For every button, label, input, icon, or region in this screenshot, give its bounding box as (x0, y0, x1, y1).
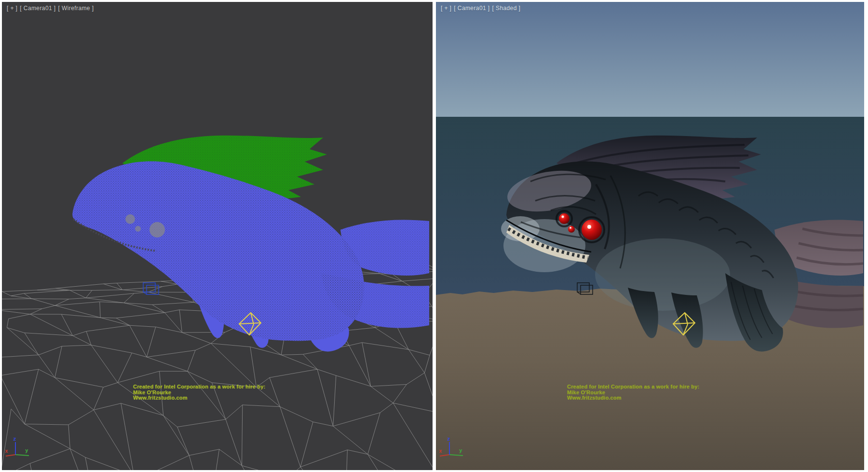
axis-z-label: z (13, 436, 16, 442)
axis-y-label: y (25, 447, 28, 454)
credit-line: Created for Intel Corporation as a work … (133, 384, 265, 390)
credit-line: Created for Intel Corporation as a work … (567, 384, 699, 390)
viewport-menu-pov[interactable]: [ Camera01 ] (20, 5, 55, 12)
credit-line: Www.fritzstudio.com (567, 395, 699, 401)
viewport-label: [ + ] [ Camera01 ] [ Shaded ] (441, 5, 520, 12)
fish-eye-wire-1 (125, 214, 135, 224)
viewport-wireframe[interactable]: x y z [ + ] [ Camera01 ] [ Wireframe ] C… (2, 2, 433, 470)
viewport-menu-shading[interactable]: [ Wireframe ] (58, 5, 94, 12)
credit-line: Www.fritzstudio.com (133, 395, 265, 401)
fish-eye-1 (559, 213, 570, 224)
credit-text: Created for Intel Corporation as a work … (133, 384, 265, 401)
fish-eye-wire-3 (149, 222, 165, 237)
flank-highlight (595, 238, 730, 311)
viewport-menu-pov[interactable]: [ Camera01 ] (454, 5, 489, 12)
fish-eye-3 (582, 220, 602, 240)
axis-z-label: z (447, 436, 450, 442)
viewport-label: [ + ] [ Camera01 ] [ Wireframe ] (7, 5, 94, 12)
sky-backdrop (436, 2, 864, 117)
viewport-canvas: x y z [ + ] [ Camera01 ] [ Wireframe ] C… (0, 0, 868, 472)
viewport-menu-shading[interactable]: [ Shaded ] (492, 5, 521, 12)
viewport-shaded[interactable]: x y z [ + ] [ Camera01 ] [ Shaded ] Crea… (436, 2, 864, 470)
fish-eye-wire-2 (135, 226, 141, 232)
credit-text: Created for Intel Corporation as a work … (567, 384, 699, 401)
fish-eye-2 (568, 226, 575, 233)
axis-x-label: x (5, 448, 8, 454)
axis-y-label: y (459, 447, 462, 454)
viewport-menu-general[interactable]: [ + ] (7, 5, 17, 12)
axis-x-label: x (439, 448, 442, 454)
viewport-menu-general[interactable]: [ + ] (441, 5, 451, 12)
